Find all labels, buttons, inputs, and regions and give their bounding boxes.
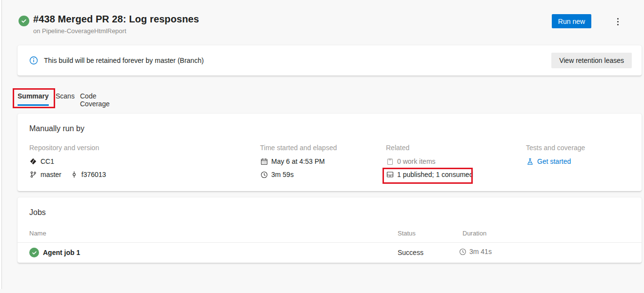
- time-label: Time started and elapsed: [260, 144, 337, 152]
- tab-bar: Summary Scans Code Coverage: [18, 92, 49, 107]
- active-tab-underline: [18, 104, 49, 106]
- repository-value[interactable]: CC1: [29, 156, 106, 166]
- related-label: Related: [386, 144, 473, 152]
- jobs-card: Jobs Name Status Duration Agent job 1 Su…: [18, 197, 642, 263]
- run-summary-heading: Manually run by: [29, 124, 84, 133]
- build-summary-page: #438 Merged PR 28: Log resposnes on Pipe…: [0, 0, 644, 293]
- time-started-value: May 6 at 4:53 PM: [271, 157, 325, 165]
- view-retention-leases-button[interactable]: View retention leases: [551, 53, 632, 68]
- run-summary-card: Manually run by Repository and version C…: [18, 114, 642, 191]
- tab-scans[interactable]: Scans: [56, 92, 75, 100]
- get-started-text: Get started: [537, 157, 571, 165]
- repository-column: Repository and version CC1 master: [29, 144, 106, 183]
- run-new-button[interactable]: Run new: [552, 14, 591, 28]
- related-column: Related 0 work items 1 published; 1 cons…: [386, 144, 473, 183]
- get-started-link[interactable]: Get started: [526, 156, 585, 166]
- tab-summary[interactable]: Summary: [18, 92, 49, 107]
- jobs-column-duration: Duration: [463, 230, 486, 237]
- tab-code-coverage[interactable]: Code Coverage: [80, 92, 110, 108]
- tests-column: Tests and coverage Get started: [526, 144, 585, 170]
- retention-banner: This build will be retained forever by m…: [18, 45, 642, 76]
- commit-hash: f376013: [81, 171, 106, 178]
- calendar-icon: [260, 157, 268, 165]
- build-success-icon: [19, 16, 29, 26]
- work-items-text: 0 work items: [397, 157, 436, 165]
- repository-name: CC1: [40, 157, 54, 165]
- work-item-icon: [386, 157, 394, 165]
- clock-icon: [260, 171, 268, 178]
- jobs-column-name: Name: [29, 230, 46, 237]
- retention-message: This build will be retained forever by m…: [44, 57, 204, 64]
- info-icon: [29, 56, 38, 65]
- time-column: Time started and elapsed May 6 at 4:53 P…: [260, 144, 337, 183]
- artifacts-value[interactable]: 1 published; 1 consumed: [386, 170, 473, 179]
- time-elapsed-value: 3m 59s: [271, 171, 294, 178]
- commit-value[interactable]: f376013: [70, 170, 106, 179]
- branch-name: master: [40, 171, 61, 178]
- time-started: May 6 at 4:53 PM: [260, 156, 337, 166]
- commit-icon: [70, 171, 78, 178]
- beaker-icon: [526, 157, 534, 165]
- jobs-column-status: Status: [398, 230, 416, 237]
- build-header: #438 Merged PR 28: Log resposnes on Pipe…: [18, 14, 632, 39]
- job-success-icon: [29, 248, 39, 257]
- left-edge-divider: [0, 0, 2, 289]
- artifact-icon: [386, 171, 394, 178]
- job-row-agent-job-1[interactable]: Agent job 1 Success 3m 41s: [18, 243, 642, 263]
- duration-clock-icon: [459, 248, 466, 255]
- branch-icon: [29, 171, 37, 178]
- jobs-heading: Jobs: [29, 208, 46, 217]
- job-status: Success: [398, 249, 423, 256]
- job-duration-text: 3m 41s: [469, 248, 492, 255]
- time-elapsed: 3m 59s: [260, 170, 337, 179]
- tab-summary-label: Summary: [18, 92, 49, 100]
- more-options-icon[interactable]: [613, 17, 623, 26]
- work-items-value: 0 work items: [386, 156, 473, 166]
- pipeline-name[interactable]: on Pipeline-CoverageHtmlReport: [33, 27, 126, 35]
- tests-label: Tests and coverage: [526, 144, 585, 152]
- job-duration: 3m 41s: [459, 248, 492, 255]
- build-title: #438 Merged PR 28: Log resposnes: [33, 14, 199, 25]
- branch-value[interactable]: master: [29, 170, 61, 179]
- repository-label: Repository and version: [29, 144, 106, 152]
- job-name[interactable]: Agent job 1: [43, 249, 80, 256]
- repository-icon: [29, 157, 37, 165]
- artifacts-text: 1 published; 1 consumed: [397, 171, 473, 178]
